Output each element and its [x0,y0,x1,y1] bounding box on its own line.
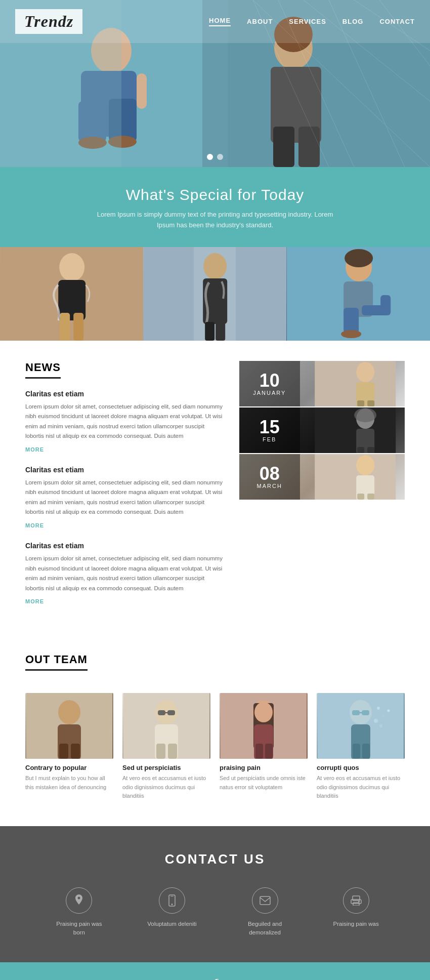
contact-section: CONTACT US Praising pain was born Volupt… [0,826,430,963]
photo-cell-2 [143,247,286,341]
team-photo-1 [25,693,113,759]
svg-rect-40 [343,308,359,333]
team-name-3: praising pain [220,764,308,771]
svg-point-61 [58,700,80,724]
nav-about[interactable]: ABOUT [247,18,273,25]
svg-rect-33 [205,322,214,341]
team-name-1: Contrary to popular [25,764,113,771]
team-desc-2: At vero eos et accusamus et iusto odio d… [122,774,210,801]
contact-label-2: Voluptatum deleniti [147,920,196,928]
news-item-2-title: Claritas est etiam [25,466,224,474]
news-section: NEWS Claritas est etiam Lorem ipsum dolo… [0,341,430,638]
date-card-3-person [306,454,405,500]
news-item-2-more[interactable]: MORE [25,522,44,528]
svg-rect-13 [273,127,294,167]
news-left: NEWS Claritas est etiam Lorem ipsum dolo… [25,361,224,618]
svg-rect-34 [216,322,225,341]
date-month-2: FEB [263,436,276,442]
svg-rect-64 [71,744,80,759]
team-photo-2 [122,693,210,759]
news-date-card-3[interactable]: 08 MARCH [239,454,405,500]
news-date-card-1[interactable]: 10 JANUARY [239,361,405,406]
svg-rect-72 [168,744,177,759]
svg-point-38 [345,249,373,267]
svg-rect-83 [362,710,369,715]
special-body: Lorem Ipsum is simply dummy text of the … [89,210,341,231]
hero-dot-1[interactable] [207,154,213,160]
special-section: What's Special for Today Lorem Ipsum is … [0,167,430,247]
contact-label-1: Praising pain was born [51,920,107,937]
team-card-2: Sed ut perspiciatis At vero eos et accus… [122,693,210,801]
logo[interactable]: Trendz [15,9,82,34]
news-item-1-body: Lorem ipsum dolor sit amet, consectetuer… [25,402,224,441]
svg-rect-44 [315,361,396,406]
date-num-1: 10 [260,372,280,390]
team-card-4: corrupti quos At vero eos et accusamus e… [317,693,405,801]
contact-icons: Praising pain was born Voluptatum deleni… [15,887,415,937]
contact-label-3: Beguiled and demoralized [237,920,293,937]
svg-point-86 [382,715,384,717]
news-title: NEWS [25,361,61,379]
photo-3-art [287,247,430,341]
svg-rect-92 [362,744,370,759]
photo-cell-3 [287,247,430,341]
date-card-2-person [306,407,405,453]
date-num-2: 15 [260,418,280,436]
nav-blog[interactable]: BLOG [342,18,364,25]
news-item-3-more[interactable]: MORE [25,598,44,604]
team-photo-1-art [25,693,113,759]
svg-rect-28 [73,313,83,341]
contact-print-icon [343,887,369,914]
team-title: OUT TEAM [25,653,88,671]
social-icons: g+ [0,976,430,980]
date-month-1: JANUARY [253,390,286,396]
nav-services[interactable]: SERVICES [289,18,326,25]
contact-label-4: Praising pain was [333,920,379,928]
news-item-1-more[interactable]: MORE [25,446,44,453]
photo-grid [0,247,430,341]
news-date-card-2[interactable]: 15 FEB [239,407,405,453]
svg-rect-78 [255,744,263,759]
svg-rect-71 [156,744,165,759]
team-grid: Contrary to popular But I must explain t… [25,693,405,801]
date-overlay-2: 15 FEB [239,407,300,453]
hero-dot-2[interactable] [217,154,223,160]
contact-location-icon [66,887,92,914]
svg-point-43 [341,330,361,338]
team-card-3: praising pain Sed ut perspiciatis unde o… [220,693,308,801]
svg-point-25 [59,253,84,281]
special-title: What's Special for Today [40,186,390,203]
photo-1-art [0,247,143,341]
svg-rect-91 [353,744,360,759]
googleplus-icon[interactable]: g+ [237,976,256,980]
news-item-2: Claritas est etiam Lorem ipsum dolor sit… [25,466,224,529]
svg-point-54 [354,408,376,422]
nav-links: HOME ABOUT SERVICES BLOG CONTACT [209,17,415,26]
svg-rect-82 [352,710,360,715]
team-photo-2-art [122,693,210,759]
nav-contact[interactable]: CONTACT [379,18,415,25]
contact-mail-icon [252,887,278,914]
svg-point-56 [356,455,374,475]
navbar: Trendz HOME ABOUT SERVICES BLOG CONTACT [0,0,430,43]
team-desc-1: But I must explain to you how all this m… [25,774,113,792]
svg-rect-42 [380,295,391,315]
team-photo-4-art [317,693,405,759]
svg-rect-55 [315,454,396,500]
hero-dots [207,154,223,160]
team-photo-4 [317,693,405,759]
contact-item-1: Praising pain was born [51,887,107,937]
svg-rect-58 [357,494,364,500]
facebook-icon[interactable] [205,976,225,980]
svg-point-31 [203,253,227,279]
svg-rect-52 [357,447,364,453]
nav-home[interactable]: HOME [209,17,231,26]
contact-phone-icon [159,887,185,914]
date-month-3: MARCH [257,483,282,489]
date-overlay-3: 08 MARCH [239,454,300,500]
team-desc-4: At vero eos et accusamus et iusto odio d… [317,774,405,801]
twitter-icon[interactable] [174,976,193,980]
photo-cell-1 [0,247,143,341]
team-photo-3 [220,693,308,759]
contact-item-3: Beguiled and demoralized [237,887,293,937]
